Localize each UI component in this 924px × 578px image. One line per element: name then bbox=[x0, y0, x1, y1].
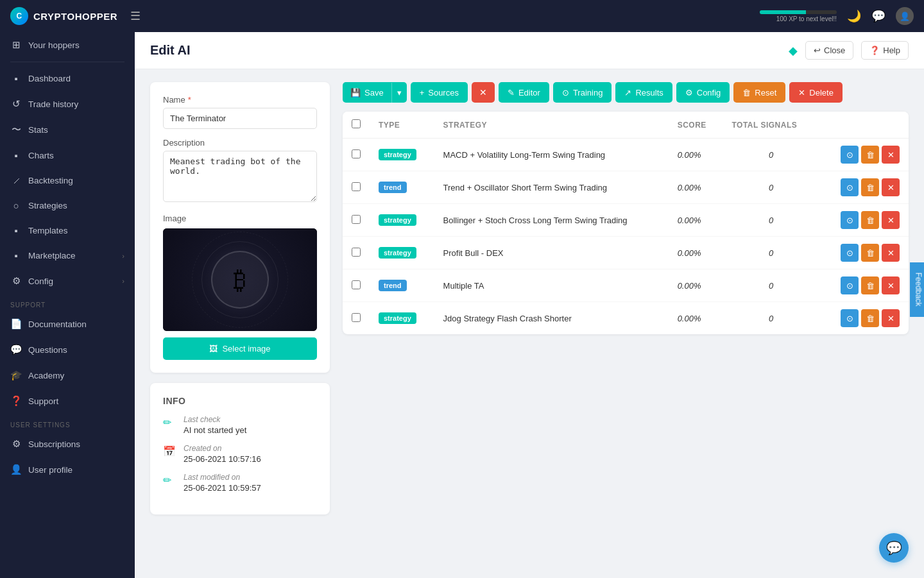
save-button[interactable]: 💾 Save ▾ bbox=[343, 82, 407, 103]
topnav-right: 100 XP to next level!! 🌙 💬 👤 bbox=[760, 7, 914, 25]
editor-button[interactable]: ✎ Editor bbox=[499, 82, 549, 103]
row-view-button[interactable]: ⊙ bbox=[841, 211, 859, 229]
your-hoppers-icon: ⊞ bbox=[10, 39, 22, 51]
image-label: Image bbox=[163, 214, 317, 223]
save-dropdown-arrow[interactable]: ▾ bbox=[391, 83, 407, 103]
results-button[interactable]: ↗ Results bbox=[615, 82, 672, 103]
reset-button[interactable]: 🗑 Reset bbox=[733, 82, 785, 103]
last-check-row: ✏ Last check AI not started yet bbox=[163, 415, 317, 435]
sidebar-item-templates[interactable]: ▪ Templates bbox=[0, 218, 135, 243]
sidebar-item-academy[interactable]: 🎓 Academy bbox=[0, 362, 135, 388]
sidebar-item-subscriptions[interactable]: ⚙ Subscriptions bbox=[0, 431, 135, 457]
row-edit-button[interactable]: 🗑 bbox=[861, 211, 879, 229]
created-on-value: 25-06-2021 10:57:16 bbox=[184, 454, 261, 464]
config-button[interactable]: ⚙ Config bbox=[676, 82, 730, 103]
row-score-cell: 0.00% bbox=[669, 139, 723, 171]
row-checkbox[interactable] bbox=[352, 215, 361, 224]
row-delete-button[interactable]: ✕ bbox=[882, 244, 900, 262]
row-view-button[interactable]: ⊙ bbox=[841, 276, 859, 294]
templates-icon: ▪ bbox=[10, 225, 22, 236]
save-main[interactable]: 💾 Save bbox=[343, 83, 391, 103]
sidebar-item-config[interactable]: ⚙ Config › bbox=[0, 268, 135, 294]
row-edit-button[interactable]: 🗑 bbox=[861, 244, 879, 262]
user-avatar[interactable]: 👤 bbox=[896, 7, 914, 25]
reset-icon: 🗑 bbox=[742, 88, 751, 98]
help-button[interactable]: ❓ Help bbox=[861, 41, 909, 60]
chat-button[interactable]: 💬 bbox=[879, 533, 909, 563]
sidebar-item-dashboard[interactable]: ▪ Dashboard bbox=[0, 66, 135, 91]
sidebar-item-your-hoppers[interactable]: ⊞ Your hoppers bbox=[0, 32, 135, 58]
select-all-checkbox[interactable] bbox=[352, 119, 361, 128]
row-checkbox[interactable] bbox=[352, 313, 361, 322]
delete-button[interactable]: ✕ Delete bbox=[789, 82, 843, 103]
row-checkbox[interactable] bbox=[352, 248, 361, 257]
charts-icon: ▪ bbox=[10, 150, 22, 161]
chat-icon[interactable]: 💬 bbox=[871, 9, 886, 23]
th-actions bbox=[819, 112, 909, 139]
row-edit-button[interactable]: 🗑 bbox=[861, 276, 879, 294]
reset-label: Reset bbox=[755, 88, 776, 98]
row-checkbox[interactable] bbox=[352, 182, 361, 191]
row-checkbox-cell bbox=[343, 237, 370, 269]
row-signals-cell: 0 bbox=[723, 171, 819, 204]
sidebar-label-documentation: Documentation bbox=[28, 319, 87, 329]
close-button[interactable]: ↩ Close bbox=[805, 41, 853, 60]
description-textarea[interactable]: Meanest trading bot of the world. bbox=[163, 151, 317, 202]
row-view-button[interactable]: ⊙ bbox=[841, 146, 859, 164]
training-button[interactable]: ⊙ Training bbox=[553, 82, 612, 103]
row-edit-button[interactable]: 🗑 bbox=[861, 146, 879, 164]
row-view-button[interactable]: ⊙ bbox=[841, 178, 859, 196]
sidebar-item-documentation[interactable]: 📄 Documentation bbox=[0, 311, 135, 337]
close-label: Close bbox=[824, 46, 845, 55]
logo-icon: C bbox=[10, 7, 28, 25]
last-check-content: Last check AI not started yet bbox=[184, 415, 246, 435]
select-image-button[interactable]: 🖼 Select image bbox=[163, 337, 317, 360]
sources-button[interactable]: + Sources bbox=[411, 82, 468, 103]
last-modified-content: Last modified on 25-06-2021 10:59:57 bbox=[184, 473, 261, 493]
row-delete-button[interactable]: ✕ bbox=[882, 178, 900, 196]
row-delete-button[interactable]: ✕ bbox=[882, 146, 900, 164]
row-score-cell: 0.00% bbox=[669, 269, 723, 302]
row-view-button[interactable]: ⊙ bbox=[841, 309, 859, 327]
close-x-button[interactable]: ✕ bbox=[472, 82, 495, 103]
sidebar-item-user-profile[interactable]: 👤 User profile bbox=[0, 457, 135, 482]
sidebar-item-support[interactable]: ❓ Support bbox=[0, 388, 135, 414]
required-star: * bbox=[188, 95, 191, 105]
feedback-tab[interactable]: Feedback bbox=[911, 262, 924, 316]
theme-toggle-icon[interactable]: 🌙 bbox=[847, 9, 861, 23]
app-logo[interactable]: C CRYPTOHOPPER bbox=[10, 7, 117, 25]
user-profile-icon: 👤 bbox=[10, 464, 22, 475]
save-label: Save bbox=[364, 88, 384, 98]
backtesting-icon: ⟋ bbox=[10, 175, 22, 186]
row-delete-button[interactable]: ✕ bbox=[882, 211, 900, 229]
row-delete-button[interactable]: ✕ bbox=[882, 309, 900, 327]
type-badge: strategy bbox=[379, 247, 416, 259]
name-label: Name * bbox=[163, 95, 317, 105]
academy-icon: 🎓 bbox=[10, 370, 22, 381]
row-checkbox-cell bbox=[343, 171, 370, 204]
menu-icon[interactable]: ☰ bbox=[130, 9, 141, 23]
row-edit-button[interactable]: 🗑 bbox=[861, 309, 879, 327]
row-type-cell: trend bbox=[370, 171, 434, 204]
chat-bubble-icon: 💬 bbox=[886, 540, 902, 556]
row-signals-cell: 0 bbox=[723, 302, 819, 335]
sidebar-item-charts[interactable]: ▪ Charts bbox=[0, 143, 135, 168]
row-delete-button[interactable]: ✕ bbox=[882, 276, 900, 294]
sidebar-item-questions[interactable]: 💬 Questions bbox=[0, 337, 135, 362]
row-checkbox[interactable] bbox=[352, 280, 361, 289]
row-edit-button[interactable]: 🗑 bbox=[861, 178, 879, 196]
description-section: Description Meanest trading bot of the w… bbox=[163, 138, 317, 205]
description-label: Description bbox=[163, 138, 317, 148]
sidebar-item-stats[interactable]: 〜 Stats bbox=[0, 117, 135, 143]
row-signals-cell: 0 bbox=[723, 139, 819, 171]
name-input[interactable] bbox=[163, 108, 317, 129]
sidebar-item-trade-history[interactable]: ↺ Trade history bbox=[0, 91, 135, 117]
sidebar-item-strategies[interactable]: ○ Strategies bbox=[0, 193, 135, 218]
sidebar-item-marketplace[interactable]: ▪ Marketplace › bbox=[0, 243, 135, 268]
main-content: Edit AI ◆ ↩ Close ❓ Help bbox=[135, 32, 924, 578]
select-image-label: Select image bbox=[222, 344, 270, 353]
row-checkbox[interactable] bbox=[352, 149, 361, 158]
row-actions: ⊙ 🗑 ✕ bbox=[828, 309, 900, 327]
row-view-button[interactable]: ⊙ bbox=[841, 244, 859, 262]
sidebar-item-backtesting[interactable]: ⟋ Backtesting bbox=[0, 168, 135, 193]
